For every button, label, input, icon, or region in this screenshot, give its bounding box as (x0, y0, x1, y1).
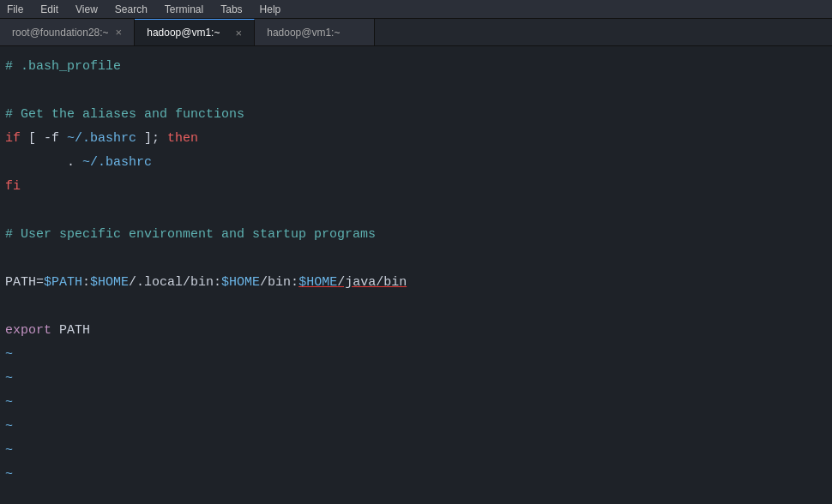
code-line-15: ~ (5, 391, 832, 415)
menu-view[interactable]: View (72, 3, 101, 15)
code-line-7 (5, 199, 832, 223)
line-8-text: # User specific environment and startup … (5, 223, 376, 247)
code-line-9 (5, 247, 832, 271)
line-1-text: # .bash_profile (5, 55, 121, 79)
line-3-functions: functions (167, 103, 244, 127)
code-line-3: # Get the aliases and functions (5, 103, 832, 127)
tabbar: root@foundation28:~ × hadoop@vm1:~ × had… (0, 19, 832, 46)
line-4-if: if (5, 127, 21, 151)
menu-file[interactable]: File (3, 3, 27, 15)
menubar: File Edit View Search Terminal Tabs Help (0, 0, 832, 19)
menu-help[interactable]: Help (256, 3, 285, 15)
tab-1-label: root@foundation28:~ (12, 27, 109, 39)
code-line-12: export PATH (5, 319, 832, 343)
tab-2-label: hadoop@vm1:~ (147, 27, 220, 39)
code-line-14: ~ (5, 367, 832, 391)
tab-3[interactable]: hadoop@vm1:~ (255, 19, 375, 45)
code-line-10: PATH=$PATH:$HOME/.local/bin:$HOME/bin:$H… (5, 271, 832, 295)
menu-edit[interactable]: Edit (37, 3, 62, 15)
code-line-1: # .bash_profile (5, 55, 832, 79)
editor: # .bash_profile # Get the aliases and fu… (0, 46, 832, 504)
menu-tabs[interactable]: Tabs (217, 3, 245, 15)
menu-search[interactable]: Search (112, 3, 151, 15)
code-line-5: . ~/.bashrc (5, 151, 832, 175)
line-3-and: and (144, 103, 167, 127)
code-line-13: ~ (5, 343, 832, 367)
code-line-2 (5, 79, 832, 103)
tab-1[interactable]: root@foundation28:~ × (0, 19, 135, 45)
code-line-4: if [ -f ~/.bashrc ]; then (5, 127, 832, 151)
code-line-18: ~ (5, 463, 832, 487)
tab-1-close[interactable]: × (116, 26, 123, 39)
code-line-17: ~ (5, 439, 832, 463)
code-line-8: # User specific environment and startup … (5, 223, 832, 247)
code-line-16: ~ (5, 415, 832, 439)
code-line-11 (5, 295, 832, 319)
menu-terminal[interactable]: Terminal (161, 3, 207, 15)
code-line-6: fi (5, 175, 832, 199)
tab-2-close[interactable]: × (236, 27, 243, 39)
line-6-fi: fi (5, 175, 21, 199)
line-3-text: # Get the aliases (5, 103, 144, 127)
tab-3-label: hadoop@vm1:~ (267, 27, 340, 39)
line-12-export: export (5, 319, 51, 343)
tab-2[interactable]: hadoop@vm1:~ × (135, 19, 255, 45)
